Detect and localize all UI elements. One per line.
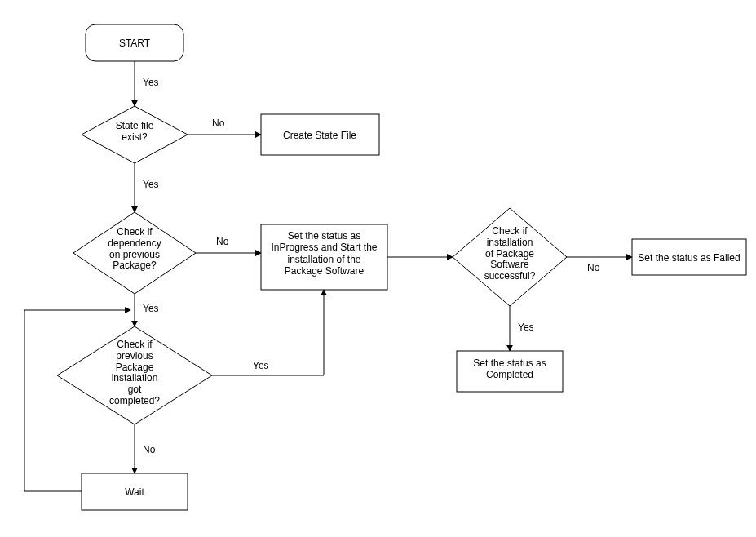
node-wait-label: Wait: [125, 486, 144, 498]
node-set-inprogress-label: Set the status asInProgress and Start th…: [271, 230, 377, 277]
edge-dependency-yes-label: Yes: [143, 303, 159, 314]
node-start-label: START: [119, 38, 151, 49]
node-state-file-exist-label: State fileexist?: [116, 121, 154, 143]
edge-statefile-no-label: No: [212, 118, 225, 129]
node-set-failed-label: Set the status as Failed: [638, 252, 740, 264]
edge-statefile-yes-label: Yes: [143, 179, 159, 190]
edge-success-no-label: No: [587, 262, 600, 273]
node-create-state-file-label: Create State File: [283, 130, 356, 141]
edge-success-yes-label: Yes: [518, 322, 534, 333]
edge-dependency-no-label: No: [216, 236, 229, 247]
edge-prev-no-label: No: [143, 444, 156, 455]
node-set-completed-label: Set the status asCompleted: [473, 357, 546, 380]
node-check-prev-completed-label: Check ifpreviousPackageinstallationgotco…: [109, 340, 160, 406]
node-check-dependency-label: Check ifdependencyon previousPackage?: [108, 227, 161, 271]
node-check-install-success-label: Check ifinstallationof PackageSoftwaresu…: [484, 226, 536, 282]
edge-prev-yes-label: Yes: [253, 360, 269, 371]
edge-start-to-statefile-label: Yes: [143, 77, 159, 88]
